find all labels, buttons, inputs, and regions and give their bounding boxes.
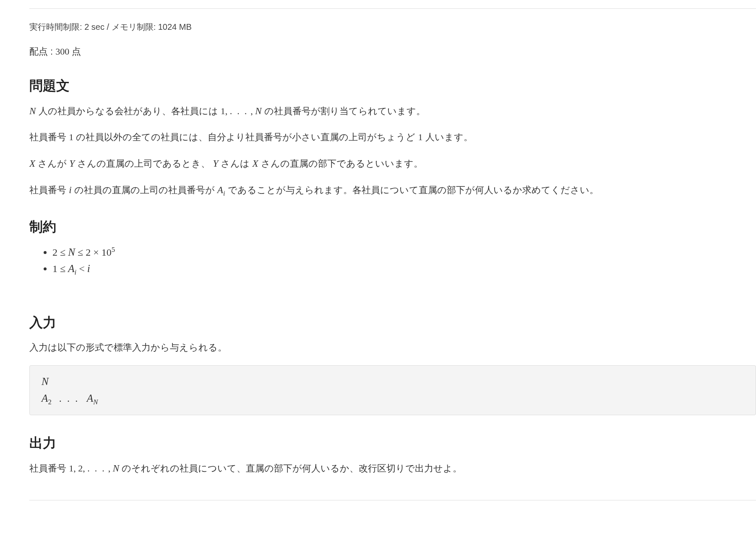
divider-bottom (29, 500, 756, 500)
memory-limit-label: メモリ制限: (112, 22, 156, 31)
math-X2: X (253, 158, 258, 169)
heading-constraints: 制約 (29, 218, 756, 236)
constraints-list: 2 ≤ N ≤ 2 × 105 1 ≤ Ai < i (29, 244, 756, 278)
math-seq-1-to-N: 1, . . . , N (221, 106, 262, 116)
problem-paragraph-4: 社員番号 i の社員の直属の上司の社員番号が Ai であることが与えられます。各… (29, 182, 756, 199)
math-1: 1 (69, 132, 73, 142)
constraint-1: 2 ≤ N ≤ 2 × 105 (52, 244, 756, 260)
math-Y: Y (69, 158, 75, 169)
input-format-box: N A2 . . . AN (29, 365, 756, 415)
math-Ai: Ai (217, 184, 225, 195)
heading-problem: 問題文 (29, 77, 756, 95)
input-description: 入力は以下の形式で標準入力から与えられる。 (29, 340, 756, 355)
problem-paragraph-1: N 人の社員からなる会社があり、各社員には 1, . . . , N の社員番号… (29, 103, 756, 119)
problem-paragraph-2: 社員番号 1 の社員以外の全ての社員には、自分より社員番号が小さい直属の上司がち… (29, 129, 756, 145)
score-label-prefix: 配点 : (29, 46, 53, 57)
heading-input: 入力 (29, 314, 756, 332)
constraint-2: 1 ≤ Ai < i (52, 260, 756, 278)
score-line: 配点 : 300 点 (29, 45, 756, 58)
memory-limit-value: 1024 MB (158, 22, 192, 31)
output-description: 社員番号 1, 2, . . . , N のそれぞれの社員について、直属の部下が… (29, 460, 756, 476)
score-value: 300 (55, 46, 69, 57)
math-X: X (29, 158, 35, 169)
time-limit-label: 実行時間制限: (29, 22, 82, 31)
math-seq-12N: 1, 2, . . . , N (69, 463, 119, 474)
problem-paragraph-3: X さんが Y さんの直属の上司であるとき、 Y さんは X さんの直属の部下で… (29, 155, 756, 172)
score-label-suffix: 点 (72, 46, 81, 57)
heading-output: 出力 (29, 434, 756, 453)
math-Y2: Y (213, 158, 218, 169)
input-line-1: N (42, 373, 744, 390)
math-i: i (69, 184, 71, 195)
divider-top (29, 8, 756, 9)
time-limit-value: 2 sec (84, 22, 104, 31)
limits-separator: / (107, 22, 109, 31)
input-line-2: A2 . . . AN (42, 390, 744, 408)
math-1b: 1 (418, 132, 422, 142)
math-N: N (29, 105, 36, 116)
limits-line: 実行時間制限: 2 sec / メモリ制限: 1024 MB (29, 21, 756, 33)
